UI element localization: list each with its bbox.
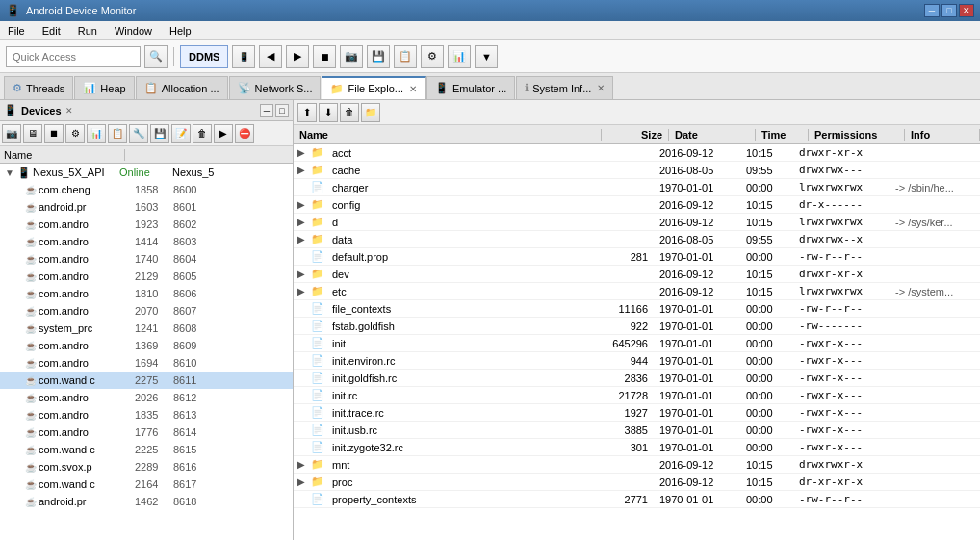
toolbar-search-button[interactable]: 🔍 [144,45,168,68]
device-node[interactable]: ▼ 📱 Nexus_5X_API Online Nexus_5 [0,164,293,181]
menu-run[interactable]: Run [74,23,101,39]
file-time: 10:15 [740,199,793,211]
file-row[interactable]: 📄 default.prop 281 1970-01-01 00:00 -rw-… [294,248,980,266]
process-row[interactable]: ☕ com.andro 1694 8610 [0,354,293,372]
toolbar-btn-4[interactable]: 📷 [340,45,363,68]
process-row[interactable]: ☕ com.wand c 2164 8617 [0,476,293,493]
toolbar-btn-5[interactable]: 💾 [367,45,390,68]
panel-maximize[interactable]: □ [275,104,289,117]
tab-fileexplorer-close[interactable]: ✕ [409,84,417,94]
right-btn-delete[interactable]: 🗑 [340,103,359,122]
device-tree[interactable]: ▼ 📱 Nexus_5X_API Online Nexus_5 ☕ com.ch… [0,164,293,540]
process-row[interactable]: ☕ android.pr 1603 8601 [0,198,293,216]
file-row[interactable]: ▶ 📁 data 2016-08-05 09:55 drwxrwx--x [294,231,980,248]
file-row[interactable]: 📄 fstab.goldfish 922 1970-01-01 00:00 -r… [294,318,980,335]
toolbar-btn-7[interactable]: ⚙ [421,45,444,68]
device-btn-9[interactable]: 📝 [171,124,191,143]
toolbar-btn-6[interactable]: 📋 [394,45,417,68]
device-btn-2[interactable]: 🖥 [23,124,42,143]
device-btn-10[interactable]: 🗑 [193,124,212,143]
tab-threads[interactable]: ⚙ Threads [4,76,73,99]
process-row[interactable]: ☕ com.andro 1835 8613 [0,406,293,424]
file-row[interactable]: ▶ 📁 etc 2016-09-12 10:15 lrwxrwxrwx -> /… [294,283,980,300]
process-name: com.andro [39,219,135,230]
maximize-button[interactable]: □ [941,4,957,17]
file-list[interactable]: ▶ 📁 acct 2016-09-12 10:15 drwxr-xr-x ▶ 📁… [294,144,980,540]
file-name: default.prop [326,251,596,263]
file-row[interactable]: ▶ 📁 dev 2016-09-12 10:15 drwxr-xr-x [294,266,980,283]
process-row[interactable]: ☕ com.andro 2026 8612 [0,389,293,406]
device-btn-1[interactable]: 📷 [2,124,21,143]
process-row[interactable]: ☕ com.andro 1810 8606 [0,285,293,302]
file-row[interactable]: ▶ 📁 mnt 2016-09-12 10:15 drwxrwxr-x [294,456,980,474]
device-btn-7[interactable]: 🔧 [129,124,148,143]
file-row[interactable]: 📄 init.usb.rc 3885 1970-01-01 00:00 -rwx… [294,422,980,439]
file-expand-icon: ▶ [294,459,309,470]
toolbar-btn-2[interactable]: ▶ [286,45,309,68]
process-row[interactable]: ☕ com.wand c 2275 8611 [0,372,293,389]
toolbar-btn-9[interactable]: ▼ [475,45,498,68]
device-btn-4[interactable]: ⚙ [65,124,85,143]
right-btn-new[interactable]: 📁 [361,103,380,122]
toolbar-btn-1[interactable]: ◀ [259,45,282,68]
tab-network[interactable]: 📡 Network S... [229,76,322,99]
device-btn-11[interactable]: ▶ [214,124,233,143]
panel-minimize[interactable]: ─ [260,104,273,117]
file-row[interactable]: 📄 init.goldfish.rc 2836 1970-01-01 00:00… [294,370,980,387]
process-pid: 2026 [135,392,173,403]
device-btn-3[interactable]: ⏹ [44,124,64,143]
menu-file[interactable]: File [4,23,29,39]
file-row[interactable]: 📄 init.rc 21728 1970-01-01 00:00 -rwxr-x… [294,387,980,404]
toolbar-devices-button[interactable]: 📱 [232,45,255,68]
process-row[interactable]: ☕ com.andro 1740 8604 [0,250,293,268]
process-row[interactable]: ☕ system_prc 1241 8608 [0,320,293,337]
file-row[interactable]: ▶ 📁 proc 2016-09-12 10:15 dr-xr-xr-x [294,474,980,491]
file-row[interactable]: 📄 init.trace.rc 1927 1970-01-01 00:00 -r… [294,404,980,422]
ddms-button[interactable]: DDMS [180,45,228,68]
toolbar-btn-3[interactable]: ⏹ [313,45,336,68]
device-btn-5[interactable]: 📊 [87,124,106,143]
window-controls[interactable]: ─ □ ✕ [924,4,974,17]
right-btn-pull[interactable]: ⬇ [319,103,338,122]
process-row[interactable]: ☕ com.wand c 2225 8615 [0,441,293,458]
tab-systeminfo-close[interactable]: ✕ [597,83,605,93]
right-btn-push[interactable]: ⬆ [297,103,317,122]
file-row[interactable]: 📄 init.environ.rc 944 1970-01-01 00:00 -… [294,352,980,370]
process-port: 8613 [173,409,217,421]
tab-emulator[interactable]: 📱 Emulator ... [426,76,515,99]
file-row[interactable]: 📄 charger 1970-01-01 00:00 lrwxrwxrwx ->… [294,179,980,196]
process-row[interactable]: ☕ com.svox.p 2289 8616 [0,458,293,476]
device-btn-6[interactable]: 📋 [108,124,127,143]
tab-fileexplorer[interactable]: 📁 File Explo... ✕ [322,76,425,99]
device-btn-12[interactable]: ⛔ [235,124,254,143]
tab-systeminfo[interactable]: ℹ System Inf... ✕ [516,76,613,99]
tab-allocation[interactable]: 📋 Allocation ... [136,76,228,99]
process-row[interactable]: ☕ com.andro 1776 8614 [0,424,293,441]
file-name: init.goldfish.rc [326,373,596,384]
menu-window[interactable]: Window [111,23,156,39]
devices-tab-indicator: ✕ [65,106,73,116]
menu-help[interactable]: Help [166,23,195,39]
process-row[interactable]: ☕ com.cheng 1858 8600 [0,181,293,198]
file-row[interactable]: 📄 init 645296 1970-01-01 00:00 -rwxr-x--… [294,335,980,352]
search-input[interactable] [6,46,141,67]
process-row[interactable]: ☕ com.andro 1923 8602 [0,216,293,233]
file-row[interactable]: 📄 init.zygote32.rc 301 1970-01-01 00:00 … [294,439,980,456]
tab-heap[interactable]: 📊 Heap [74,76,134,99]
minimize-button[interactable]: ─ [924,4,940,17]
file-row[interactable]: ▶ 📁 config 2016-09-12 10:15 dr-x------ [294,196,980,214]
toolbar-btn-8[interactable]: 📊 [448,45,471,68]
process-row[interactable]: ☕ android.pr 1462 8618 [0,493,293,510]
file-row[interactable]: 📄 property_contexts 2771 1970-01-01 00:0… [294,491,980,508]
process-row[interactable]: ☕ com.andro 1369 8609 [0,337,293,354]
close-button[interactable]: ✕ [959,4,974,17]
process-row[interactable]: ☕ com.andro 2129 8605 [0,268,293,285]
file-row[interactable]: ▶ 📁 cache 2016-08-05 09:55 drwxrwx--- [294,162,980,179]
process-row[interactable]: ☕ com.andro 2070 8607 [0,302,293,320]
menu-edit[interactable]: Edit [39,23,64,39]
device-btn-8[interactable]: 💾 [150,124,169,143]
process-row[interactable]: ☕ com.andro 1414 8603 [0,233,293,250]
file-row[interactable]: ▶ 📁 d 2016-09-12 10:15 lrwxrwxrwx -> /sy… [294,214,980,231]
file-row[interactable]: ▶ 📁 acct 2016-09-12 10:15 drwxr-xr-x [294,144,980,162]
file-row[interactable]: 📄 file_contexts 11166 1970-01-01 00:00 -… [294,300,980,318]
